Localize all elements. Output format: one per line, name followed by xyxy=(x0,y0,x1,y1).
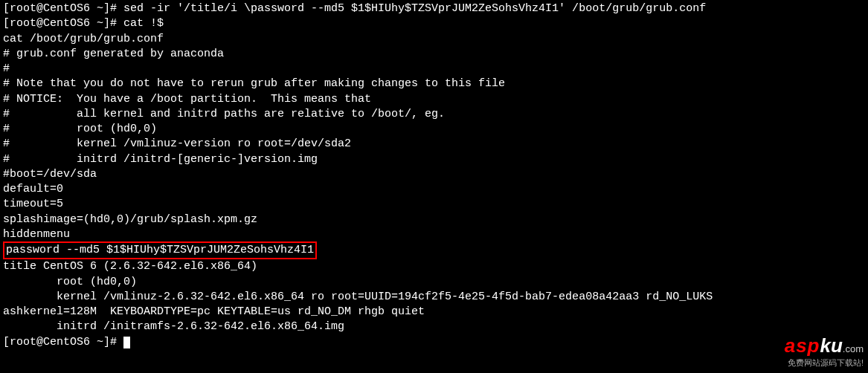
terminal-line: root (hd0,0) xyxy=(3,275,865,290)
terminal-line: # all kernel and initrd paths are relati… xyxy=(3,107,865,122)
watermark: aspku.com 免费网站源码下载站! xyxy=(785,333,864,369)
terminal-line: kernel /vmlinuz-2.6.32-642.el6.x86_64 ro… xyxy=(3,290,865,305)
terminal-prompt[interactable]: [root@CentOS6 ~]# xyxy=(3,335,865,350)
highlight-box: password --md5 $1$HIUhy$TZSVprJUM2ZeSohs… xyxy=(3,241,317,259)
watermark-brand-ku: ku xyxy=(820,334,842,357)
terminal-line: # root (hd0,0) xyxy=(3,122,865,137)
terminal-line: timeout=5 xyxy=(3,197,865,212)
prompt-text: [root@CentOS6 ~]# xyxy=(3,336,123,348)
terminal-line: #boot=/dev/sda xyxy=(3,167,865,182)
terminal-line: cat /boot/grub/grub.conf xyxy=(3,32,865,47)
terminal-line: initrd /initramfs-2.6.32-642.el6.x86_64.… xyxy=(3,320,865,334)
terminal-line: # grub.conf generated by anaconda xyxy=(3,47,865,62)
terminal-line: title CentOS 6 (2.6.32-642.el6.x86_64) xyxy=(3,259,865,274)
terminal-line: hiddenmenu xyxy=(3,227,865,242)
terminal-line: [root@CentOS6 ~]# cat !$ xyxy=(3,16,865,31)
terminal-output[interactable]: [root@CentOS6 ~]# sed -ir '/title/i \pas… xyxy=(3,1,865,350)
terminal-line: ashkernel=128M KEYBOARDTYPE=pc KEYTABLE=… xyxy=(3,305,865,320)
terminal-line: [root@CentOS6 ~]# sed -ir '/title/i \pas… xyxy=(3,1,865,16)
cursor-icon xyxy=(123,337,130,348)
terminal-line: # NOTICE: You have a /boot partition. Th… xyxy=(3,92,865,107)
terminal-line: # initrd /initrd-[generic-]version.img xyxy=(3,152,865,167)
terminal-line: splashimage=(hd0,0)/grub/splash.xpm.gz xyxy=(3,213,865,227)
terminal-line: # Note that you do not have to rerun gru… xyxy=(3,77,865,91)
terminal-line: # kernel /vmlinuz-version ro root=/dev/s… xyxy=(3,137,865,152)
watermark-brand-asp: asp xyxy=(785,334,820,357)
watermark-brand-com: .com xyxy=(843,343,864,354)
terminal-line: # xyxy=(3,62,865,77)
terminal-line: default=0 xyxy=(3,182,865,197)
highlighted-password-line: password --md5 $1$HIUhy$TZSVprJUM2ZeSohs… xyxy=(3,242,865,259)
watermark-tagline: 免费网站源码下载站! xyxy=(785,357,864,369)
